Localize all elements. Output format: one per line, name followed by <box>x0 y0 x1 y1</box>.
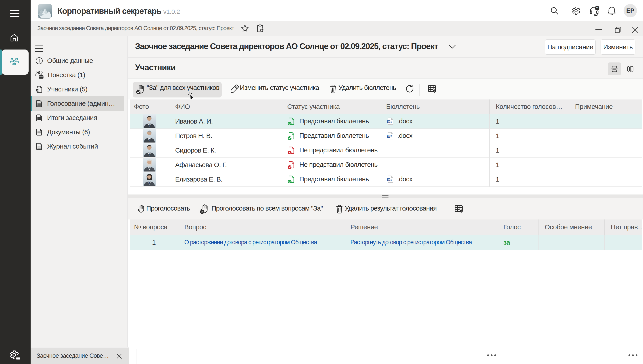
svg-text:?: ? <box>596 6 598 10</box>
